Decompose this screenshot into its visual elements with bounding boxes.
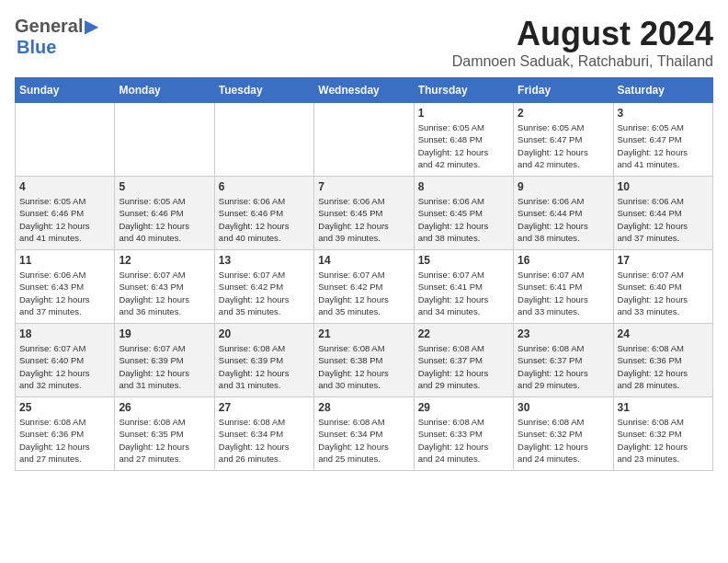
day-info: Sunrise: 6:05 AM Sunset: 6:47 PM Dayligh… [618, 121, 709, 170]
day-number: 15 [418, 254, 509, 267]
calendar-cell: 2Sunrise: 6:05 AM Sunset: 6:47 PM Daylig… [514, 103, 613, 177]
day-number: 18 [19, 327, 110, 340]
calendar-cell: 30Sunrise: 6:08 AM Sunset: 6:32 PM Dayli… [514, 397, 613, 471]
day-number: 17 [618, 254, 709, 267]
calendar-cell: 28Sunrise: 6:08 AM Sunset: 6:34 PM Dayli… [314, 397, 414, 471]
calendar-week-3: 11Sunrise: 6:06 AM Sunset: 6:43 PM Dayli… [16, 250, 713, 324]
calendar-cell: 26Sunrise: 6:08 AM Sunset: 6:35 PM Dayli… [115, 397, 214, 471]
calendar-cell: 25Sunrise: 6:08 AM Sunset: 6:36 PM Dayli… [16, 397, 115, 471]
day-number: 29 [418, 401, 509, 414]
day-info: Sunrise: 6:08 AM Sunset: 6:37 PM Dayligh… [418, 342, 509, 391]
calendar-cell: 15Sunrise: 6:07 AM Sunset: 6:41 PM Dayli… [414, 250, 513, 324]
day-info: Sunrise: 6:08 AM Sunset: 6:34 PM Dayligh… [219, 416, 310, 465]
day-info: Sunrise: 6:06 AM Sunset: 6:44 PM Dayligh… [518, 195, 609, 244]
day-number: 12 [119, 254, 210, 267]
calendar-cell: 18Sunrise: 6:07 AM Sunset: 6:40 PM Dayli… [16, 324, 115, 397]
calendar-cell: 22Sunrise: 6:08 AM Sunset: 6:37 PM Dayli… [414, 324, 513, 397]
day-info: Sunrise: 6:08 AM Sunset: 6:38 PM Dayligh… [318, 342, 409, 391]
calendar-cell [16, 103, 115, 177]
day-number: 31 [618, 401, 709, 414]
day-number: 25 [19, 401, 110, 414]
day-info: Sunrise: 6:06 AM Sunset: 6:45 PM Dayligh… [318, 195, 409, 244]
calendar-cell: 7Sunrise: 6:06 AM Sunset: 6:45 PM Daylig… [314, 177, 414, 250]
logo: General ▶ Blue [15, 15, 98, 58]
day-number: 26 [119, 401, 210, 414]
day-info: Sunrise: 6:08 AM Sunset: 6:33 PM Dayligh… [418, 416, 509, 465]
day-info: Sunrise: 6:07 AM Sunset: 6:43 PM Dayligh… [119, 269, 210, 317]
day-info: Sunrise: 6:08 AM Sunset: 6:36 PM Dayligh… [618, 342, 709, 391]
calendar-cell: 11Sunrise: 6:06 AM Sunset: 6:43 PM Dayli… [16, 250, 115, 324]
calendar-cell: 4Sunrise: 6:05 AM Sunset: 6:46 PM Daylig… [16, 177, 115, 250]
title-area: August 2024 Damnoen Saduak, Ratchaburi, … [452, 15, 713, 70]
day-info: Sunrise: 6:07 AM Sunset: 6:42 PM Dayligh… [219, 269, 310, 317]
day-info: Sunrise: 6:05 AM Sunset: 6:46 PM Dayligh… [19, 195, 110, 244]
day-info: Sunrise: 6:06 AM Sunset: 6:45 PM Dayligh… [418, 195, 509, 244]
day-number: 28 [318, 401, 409, 414]
calendar-week-2: 4Sunrise: 6:05 AM Sunset: 6:46 PM Daylig… [16, 177, 713, 250]
calendar-cell [314, 103, 414, 177]
day-number: 10 [618, 180, 709, 193]
col-tuesday: Tuesday [214, 78, 313, 103]
day-number: 16 [518, 254, 609, 267]
day-info: Sunrise: 6:07 AM Sunset: 6:41 PM Dayligh… [518, 269, 609, 317]
calendar-cell: 27Sunrise: 6:08 AM Sunset: 6:34 PM Dayli… [214, 397, 313, 471]
calendar-week-5: 25Sunrise: 6:08 AM Sunset: 6:36 PM Dayli… [16, 397, 713, 471]
calendar-cell: 12Sunrise: 6:07 AM Sunset: 6:43 PM Dayli… [115, 250, 214, 324]
calendar-cell: 29Sunrise: 6:08 AM Sunset: 6:33 PM Dayli… [414, 397, 513, 471]
day-info: Sunrise: 6:06 AM Sunset: 6:46 PM Dayligh… [219, 195, 310, 244]
day-number: 19 [119, 327, 210, 340]
day-number: 8 [418, 180, 509, 193]
day-info: Sunrise: 6:08 AM Sunset: 6:37 PM Dayligh… [518, 342, 609, 391]
day-number: 4 [19, 180, 110, 193]
calendar-cell: 14Sunrise: 6:07 AM Sunset: 6:42 PM Dayli… [314, 250, 414, 324]
calendar-cell: 23Sunrise: 6:08 AM Sunset: 6:37 PM Dayli… [514, 324, 613, 397]
logo-blue-text: Blue [17, 37, 56, 58]
day-number: 9 [518, 180, 609, 193]
calendar-week-4: 18Sunrise: 6:07 AM Sunset: 6:40 PM Dayli… [16, 324, 713, 397]
calendar-cell: 10Sunrise: 6:06 AM Sunset: 6:44 PM Dayli… [613, 177, 712, 250]
day-info: Sunrise: 6:05 AM Sunset: 6:48 PM Dayligh… [418, 121, 509, 170]
col-monday: Monday [115, 78, 214, 103]
day-info: Sunrise: 6:07 AM Sunset: 6:40 PM Dayligh… [19, 342, 110, 391]
calendar-cell: 6Sunrise: 6:06 AM Sunset: 6:46 PM Daylig… [214, 177, 313, 250]
day-number: 1 [418, 107, 509, 120]
col-friday: Friday [514, 78, 613, 103]
day-number: 24 [618, 327, 709, 340]
day-number: 23 [518, 327, 609, 340]
calendar-cell: 3Sunrise: 6:05 AM Sunset: 6:47 PM Daylig… [613, 103, 712, 177]
day-info: Sunrise: 6:05 AM Sunset: 6:47 PM Dayligh… [518, 121, 609, 170]
day-info: Sunrise: 6:08 AM Sunset: 6:36 PM Dayligh… [19, 416, 110, 465]
col-sunday: Sunday [16, 78, 115, 103]
day-number: 3 [618, 107, 709, 120]
calendar-cell: 17Sunrise: 6:07 AM Sunset: 6:40 PM Dayli… [613, 250, 712, 324]
day-info: Sunrise: 6:05 AM Sunset: 6:46 PM Dayligh… [119, 195, 210, 244]
calendar-cell: 13Sunrise: 6:07 AM Sunset: 6:42 PM Dayli… [214, 250, 313, 324]
day-number: 2 [518, 107, 609, 120]
calendar-cell: 19Sunrise: 6:07 AM Sunset: 6:39 PM Dayli… [115, 324, 214, 397]
col-saturday: Saturday [613, 78, 712, 103]
calendar-cell [115, 103, 214, 177]
calendar-table: Sunday Monday Tuesday Wednesday Thursday… [15, 77, 713, 471]
day-info: Sunrise: 6:08 AM Sunset: 6:34 PM Dayligh… [318, 416, 409, 465]
day-number: 13 [219, 254, 310, 267]
day-info: Sunrise: 6:07 AM Sunset: 6:39 PM Dayligh… [119, 342, 210, 391]
logo-bird-icon: ▶ [85, 15, 98, 37]
day-number: 21 [318, 327, 409, 340]
calendar-header: Sunday Monday Tuesday Wednesday Thursday… [16, 78, 713, 103]
day-number: 6 [219, 180, 310, 193]
calendar-body: 1Sunrise: 6:05 AM Sunset: 6:48 PM Daylig… [16, 103, 713, 471]
day-info: Sunrise: 6:06 AM Sunset: 6:43 PM Dayligh… [19, 269, 110, 317]
calendar-cell: 20Sunrise: 6:08 AM Sunset: 6:39 PM Dayli… [214, 324, 313, 397]
calendar-cell: 9Sunrise: 6:06 AM Sunset: 6:44 PM Daylig… [514, 177, 613, 250]
day-number: 14 [318, 254, 409, 267]
day-number: 20 [219, 327, 310, 340]
calendar-cell: 5Sunrise: 6:05 AM Sunset: 6:46 PM Daylig… [115, 177, 214, 250]
calendar-cell: 8Sunrise: 6:06 AM Sunset: 6:45 PM Daylig… [414, 177, 513, 250]
day-info: Sunrise: 6:07 AM Sunset: 6:41 PM Dayligh… [418, 269, 509, 317]
logo-general-text: General [15, 16, 83, 37]
calendar-cell: 31Sunrise: 6:08 AM Sunset: 6:32 PM Dayli… [613, 397, 712, 471]
calendar-cell: 16Sunrise: 6:07 AM Sunset: 6:41 PM Dayli… [514, 250, 613, 324]
day-info: Sunrise: 6:08 AM Sunset: 6:39 PM Dayligh… [219, 342, 310, 391]
day-number: 27 [219, 401, 310, 414]
day-info: Sunrise: 6:07 AM Sunset: 6:40 PM Dayligh… [618, 269, 709, 317]
